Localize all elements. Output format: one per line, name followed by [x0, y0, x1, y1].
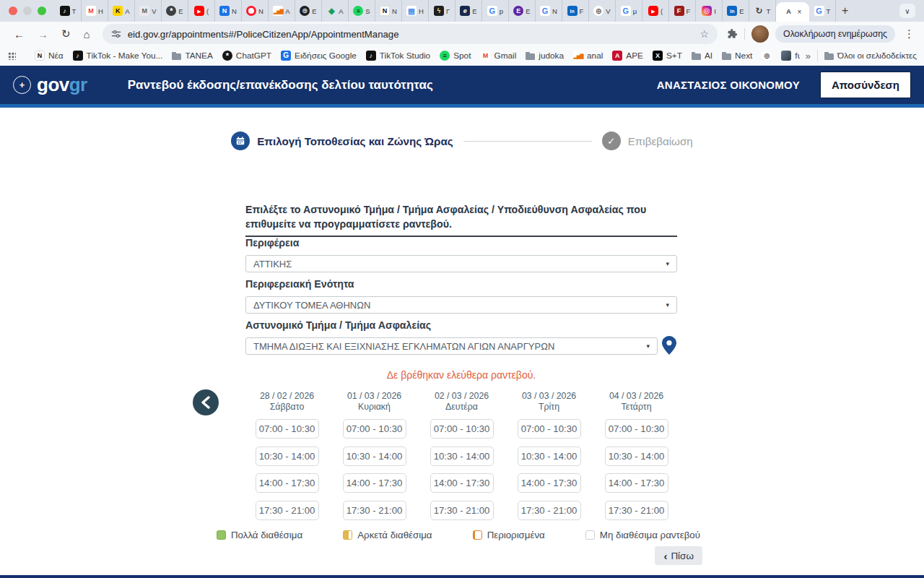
bookmark-item[interactable]: Next	[722, 51, 752, 61]
time-slot-button[interactable]: 14:00 - 17:30	[256, 473, 319, 493]
back-button-label: Πίσω	[671, 551, 694, 561]
browser-tab[interactable]: eE	[456, 0, 482, 22]
time-slot-button[interactable]: 07:00 - 10:30	[605, 419, 668, 439]
time-slot-button[interactable]: 14:00 - 17:30	[343, 473, 406, 493]
time-slot-button[interactable]: 10:30 - 14:00	[343, 447, 406, 466]
forward-icon[interactable]: →	[31, 28, 55, 40]
bookmark-item[interactable]: ♪TikTok - Make You...	[73, 51, 163, 61]
location-pin-icon[interactable]	[662, 336, 676, 358]
browser-tab[interactable]: ◎I	[696, 0, 723, 22]
browser-tab[interactable]: NN	[375, 0, 402, 22]
gov-icon: Α	[784, 7, 794, 17]
tab-search-chevron-icon[interactable]: ∨	[899, 4, 915, 18]
back-button[interactable]: ‹ Πίσω	[655, 546, 702, 565]
minimize-window-button[interactable]	[23, 7, 32, 15]
browser-tab[interactable]: ◆A	[322, 0, 349, 22]
browser-tab[interactable]: inF	[562, 0, 589, 22]
time-slot-button[interactable]: 07:00 - 10:30	[430, 419, 494, 439]
site-info-icon[interactable]	[111, 29, 121, 39]
bookmark-item[interactable]: MGmail	[480, 51, 516, 61]
browser-tab[interactable]: N	[242, 0, 269, 22]
update-chrome-chip[interactable]: Ολοκλήρωση ενημέρωσης	[775, 25, 895, 43]
new-tab-button[interactable]: +	[836, 4, 854, 17]
bookmark-item[interactable]: AI	[692, 51, 712, 61]
bookmark-item[interactable]: TANEA	[172, 51, 212, 61]
bookmark-item[interactable]: GΕιδήσεις Google	[281, 51, 357, 61]
close-window-button[interactable]	[9, 7, 17, 15]
bookmark-item[interactable]: judoka	[526, 51, 564, 61]
bookmark-item[interactable]: NΝέα	[35, 51, 64, 61]
browser-tab[interactable]: ≡S	[349, 0, 375, 22]
bookmark-item[interactable]: AAPE	[612, 51, 643, 61]
regional-unit-select[interactable]: ΔΥΤΙΚΟΥ ΤΟΜΕΑ ΑΘΗΝΩΝ ▾	[245, 296, 677, 314]
browser-tab[interactable]: ▶(	[642, 0, 669, 22]
police-station-select[interactable]: ΤΜΗΜΑ ΔΙΩΞΗΣ ΚΑΙ ΕΞΙΧΝΙΑΣΗΣ ΕΓΚΛΗΜΑΤΩΝ Α…	[245, 337, 658, 355]
apps-grid-icon[interactable]	[7, 51, 16, 60]
time-slot-button[interactable]: 14:00 - 17:30	[605, 473, 668, 493]
bookmark-item[interactable]: *ChatGPT	[222, 51, 271, 61]
browser-tab[interactable]: ϟΓ	[429, 0, 456, 22]
active-tab[interactable]: Α×	[776, 2, 809, 22]
browser-tab[interactable]: ⊕E	[295, 0, 322, 22]
browser-tab[interactable]: ↻T	[749, 0, 776, 22]
browser-menu-icon[interactable]: ⋮	[902, 27, 917, 40]
browser-tab[interactable]: ♪T	[55, 0, 82, 22]
blue-mail-icon: N	[219, 6, 230, 16]
time-slot-button[interactable]: 17:30 - 21:00	[256, 501, 319, 520]
bookmark-star-icon[interactable]: ☆	[700, 28, 710, 40]
time-slot-button[interactable]: 07:00 - 10:30	[343, 419, 406, 439]
browser-tab[interactable]: GN	[536, 0, 562, 22]
time-slot-button[interactable]: 10:30 - 14:00	[256, 447, 319, 466]
govgr-logo[interactable]: govgr	[37, 74, 87, 96]
browser-tab[interactable]: Gp	[482, 0, 509, 22]
time-slot-button[interactable]: 17:30 - 21:00	[430, 501, 494, 520]
home-icon[interactable]: ⌂	[77, 28, 97, 40]
time-slot-button[interactable]: 10:30 - 14:00	[518, 447, 581, 466]
url-text[interactable]: eid.gov.gr/appointments#/PoliceCitizenAp…	[128, 29, 700, 40]
tab-close-icon[interactable]: ×	[798, 8, 802, 16]
bookmark-item[interactable]: ▂▅▇anal	[573, 51, 603, 61]
bookmark-item[interactable]: fut	[781, 51, 799, 61]
bookmark-item[interactable]: ≡Spot	[440, 51, 471, 61]
time-slot-button[interactable]: 07:00 - 10:30	[256, 419, 319, 439]
browser-tab[interactable]: Gμ	[616, 0, 642, 22]
time-slot-button[interactable]: 10:30 - 14:00	[430, 447, 494, 466]
time-slot-button[interactable]: 17:30 - 21:00	[605, 501, 668, 520]
browser-tab[interactable]: *E	[162, 0, 188, 22]
time-slot-button[interactable]: 17:30 - 21:00	[518, 501, 581, 520]
back-icon[interactable]: ←	[7, 28, 31, 40]
bookmark-item[interactable]: ⊕	[762, 51, 772, 61]
profile-avatar[interactable]	[751, 25, 769, 43]
time-slot-button[interactable]: 14:00 - 17:30	[518, 473, 581, 493]
browser-tab[interactable]: KA	[108, 0, 135, 22]
time-slot-button[interactable]: 07:00 - 10:30	[518, 419, 581, 439]
browser-tab[interactable]: GT	[809, 0, 836, 22]
time-slot-button[interactable]: 10:30 - 14:00	[605, 447, 668, 466]
bookmarks-overflow-button[interactable]: »	[806, 51, 811, 61]
browser-tab[interactable]: MV	[135, 0, 162, 22]
fullscreen-window-button[interactable]	[38, 7, 46, 15]
browser-tab[interactable]: FF	[669, 0, 696, 22]
browser-tab[interactable]: ▂▅▇A	[269, 0, 295, 22]
reload-icon[interactable]: ↻	[55, 27, 77, 40]
time-slot-button[interactable]: 17:30 - 21:00	[343, 501, 406, 520]
time-slot-button[interactable]: 14:00 - 17:30	[430, 473, 494, 493]
browser-tab[interactable]: MH	[82, 0, 108, 22]
browser-tab[interactable]: ▶(	[188, 0, 215, 22]
bookmark-label: TikTok - Make You...	[87, 51, 163, 61]
blue-grid-icon: ▦	[406, 6, 417, 16]
browser-tab[interactable]: ▦H	[402, 0, 429, 22]
extensions-icon[interactable]	[726, 28, 738, 40]
region-select[interactable]: ΑΤΤΙΚΗΣ ▾	[245, 255, 677, 272]
browser-tab[interactable]: NN	[215, 0, 242, 22]
bookmark-item[interactable]: XS+T	[653, 51, 682, 61]
bookmark-item[interactable]: ♪TikTok Studio	[366, 51, 430, 61]
all-bookmarks-button[interactable]: Όλοι οι σελιδοδείκτες	[824, 51, 917, 61]
previous-week-button[interactable]	[193, 389, 219, 415]
browser-tab[interactable]: ⊕V	[589, 0, 616, 22]
browser-tab[interactable]: EE	[509, 0, 536, 22]
browser-tab[interactable]: inE	[723, 0, 749, 22]
logout-button[interactable]: Αποσύνδεση	[820, 72, 911, 98]
tab-strip: ♪TMHKAMV*E▶(NNN▂▅▇A⊕E◆A≡SNN▦HϟΓeEGpEEGNi…	[0, 0, 924, 22]
address-bar[interactable]: eid.gov.gr/appointments#/PoliceCitizenAp…	[103, 24, 718, 44]
